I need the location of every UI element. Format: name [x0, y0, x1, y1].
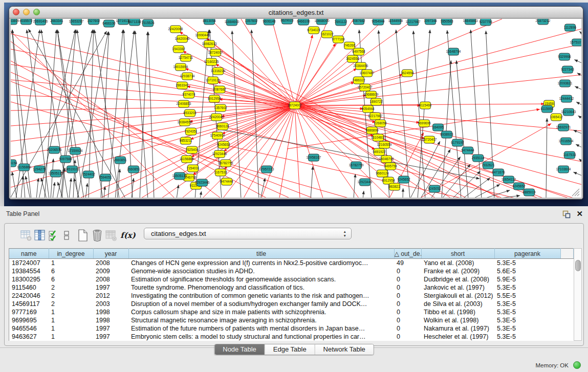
table-settings-icon[interactable] [19, 228, 33, 243]
table-cell[interactable]: 18300295 [9, 275, 49, 283]
table-cell[interactable]: 22420046 [9, 292, 49, 300]
table-cell[interactable]: 1997 [93, 333, 128, 341]
table-cell[interactable]: 1 [49, 333, 93, 341]
select-rows-icon[interactable] [46, 228, 60, 243]
table-cell[interactable]: Changes of HCN gene expression and I(f) … [128, 259, 394, 267]
table-cell[interactable]: 5.9E-5 [494, 275, 560, 283]
column-header-title[interactable]: title [128, 249, 394, 259]
table-cell[interactable]: 14569117 [9, 300, 49, 308]
table-cell[interactable]: 0 [394, 292, 421, 300]
table-cell[interactable]: Nakamura et al. (1997) [421, 324, 494, 333]
table-cell[interactable]: 2 [49, 283, 93, 292]
table-cell[interactable]: 1998 [93, 316, 128, 324]
table-cell[interactable]: 18724007 [9, 259, 49, 267]
table-cell[interactable]: 1 [49, 308, 93, 316]
table-cell[interactable]: Franke et al. (2009) [421, 267, 494, 275]
table-cell[interactable]: Embryonic stem cells: a model to study s… [128, 333, 394, 341]
new-table-icon[interactable] [76, 228, 90, 243]
memory-ok-indicator[interactable] [573, 361, 581, 369]
table-cell[interactable]: 5.3E-5 [494, 283, 560, 292]
table-vertical-scrollbar[interactable] [574, 248, 582, 341]
table-row[interactable]: 1938455462009Genome-wide association stu… [9, 267, 574, 275]
table-cell[interactable]: Hescheler et al. (1997) [421, 333, 494, 341]
column-header-in_degree[interactable]: in_degree [49, 249, 93, 259]
table-cell[interactable]: 2008 [93, 275, 128, 283]
table-cell[interactable]: Structural magnetic resonance image aver… [128, 316, 394, 324]
resize-grip[interactable] [571, 188, 580, 196]
column-header-pagerank[interactable]: pagerank [494, 249, 560, 259]
table-cell[interactable]: 49 [394, 259, 421, 267]
table-cell[interactable]: 5.3E-5 [494, 308, 560, 316]
table-row[interactable]: 977716911998Corpus callosum shape and si… [9, 308, 574, 316]
table-cell[interactable]: 6 [49, 275, 93, 283]
column-header-year[interactable]: year [93, 249, 128, 259]
table-cell[interactable]: Jankovic et al. (1997) [421, 283, 494, 292]
table-cell[interactable]: 0 [394, 333, 421, 341]
table-cell[interactable]: 0 [394, 308, 421, 316]
table-row[interactable]: 1456911722003Disruption of a novel membe… [9, 300, 574, 308]
table-cell[interactable]: Genome-wide association studies in ADHD. [128, 267, 394, 275]
import-table-icon[interactable] [104, 228, 118, 243]
table-cell[interactable]: 5.6E-5 [494, 267, 560, 275]
table-cell[interactable]: 5.3E-5 [494, 333, 560, 341]
table-cell[interactable]: 0 [394, 324, 421, 333]
table-select-combo[interactable]: citations_edges.txt ▲▼ [144, 228, 352, 239]
table-cell[interactable]: 5.5E-5 [494, 292, 560, 300]
table-cell[interactable]: Tourette syndrome. Phenomenology and cla… [128, 283, 394, 292]
table-cell[interactable]: 2009 [93, 267, 128, 275]
table-cell[interactable]: Dudbridge et al. (2008) [421, 275, 494, 283]
table-cell[interactable]: 2012 [93, 292, 128, 300]
table-cell[interactable]: Estimation of significance thresholds fo… [128, 275, 394, 283]
float-panel-icon[interactable] [562, 210, 571, 218]
column-header-short[interactable]: short [421, 249, 494, 259]
table-cell[interactable]: 0 [394, 267, 421, 275]
table-cell[interactable]: 1997 [93, 283, 128, 292]
table-row[interactable]: 946554611997Estimation of the future num… [9, 324, 574, 333]
table-cell[interactable]: 0 [394, 316, 421, 324]
table-cell[interactable]: 1997 [93, 324, 128, 333]
table-cell[interactable]: 2 [49, 292, 93, 300]
table-cell[interactable]: 1 [49, 316, 93, 324]
table-cell[interactable]: 6 [49, 267, 93, 275]
minimize-button[interactable] [23, 9, 30, 15]
table-cell[interactable]: 5.3E-5 [494, 300, 560, 308]
table-cell[interactable]: 1998 [93, 308, 128, 316]
table-cell[interactable]: Stergiakouli et al. (2012) [421, 292, 494, 300]
table-cell[interactable]: 0 [394, 275, 421, 283]
network-window-titlebar[interactable]: citations_edges.txt [9, 7, 583, 18]
table-row[interactable]: 969969511998Structural magnetic resonanc… [9, 316, 574, 324]
scrollbar-thumb[interactable] [575, 260, 581, 271]
table-cell[interactable]: Wolkin et al. (1998) [421, 316, 494, 324]
table-cell[interactable]: 2 [49, 300, 93, 308]
table-cell[interactable]: Corpus callosum shape and size in male p… [128, 308, 394, 316]
table-row[interactable]: 2242004622012Investigating the contribut… [9, 292, 574, 300]
column-header-name[interactable]: name [9, 249, 49, 259]
table-cell[interactable]: Tibbo et al. (1998) [421, 308, 494, 316]
tab-network-table[interactable]: Network Table [315, 344, 374, 355]
tab-node-table[interactable]: Node Table [214, 344, 265, 355]
table-cell[interactable]: 9115460 [9, 283, 49, 292]
table-row[interactable]: 1830029562008Estimation of significance … [9, 275, 574, 283]
merge-rows-icon[interactable] [59, 228, 74, 243]
function-builder-icon[interactable]: f(x) [121, 228, 135, 243]
table-cell[interactable]: 19384554 [9, 267, 49, 275]
table-cell[interactable]: 1 [49, 259, 93, 267]
table-cell[interactable]: Disruption of a novel member of a sodium… [128, 300, 394, 308]
delete-table-icon[interactable] [90, 228, 104, 243]
table-cell[interactable]: 5.3E-5 [494, 259, 560, 267]
table-cell[interactable]: 9463627 [9, 333, 49, 341]
network-window[interactable]: citations_edges.txt 16033809403557220691… [9, 6, 583, 200]
table-cell[interactable]: 0 [394, 283, 421, 292]
column-header-out_de[interactable]: △ out_de… [394, 249, 421, 259]
table-row[interactable]: 1872400712008Changes of HCN gene express… [9, 259, 574, 267]
tab-edge-table[interactable]: Edge Table [265, 344, 315, 355]
table-cell[interactable]: 9465546 [9, 324, 49, 333]
table-cell[interactable]: 5.3E-5 [494, 324, 560, 333]
table-cell[interactable]: 9699695 [9, 316, 49, 324]
table-cell[interactable]: 1 [49, 324, 93, 333]
table-cell[interactable]: 9777169 [9, 308, 49, 316]
close-panel-icon[interactable]: ✕ [576, 209, 583, 218]
table-row[interactable]: 946362711997Embryonic stem cells: a mode… [9, 333, 574, 341]
table-cell[interactable]: 2008 [93, 259, 128, 267]
table-cell[interactable]: 5.3E-5 [494, 316, 560, 324]
